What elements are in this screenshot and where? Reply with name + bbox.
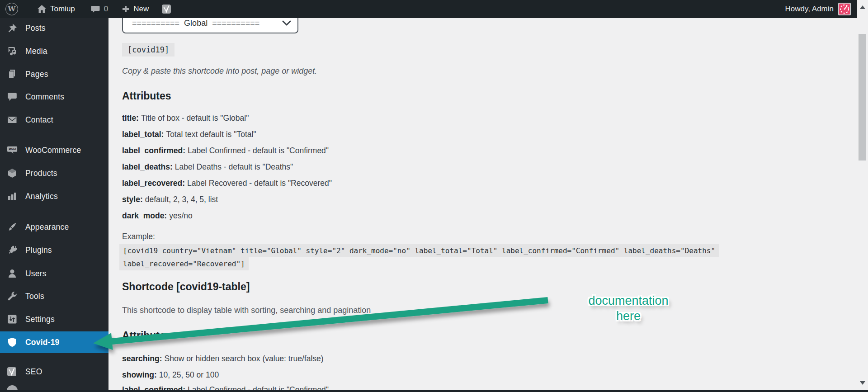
woocommerce-icon: Woo [7, 145, 18, 156]
comment-bubble-icon [7, 91, 18, 102]
sidebar-item-plugins[interactable]: Plugins [0, 240, 108, 260]
howdy-label[interactable]: Howdy, Admin [785, 5, 834, 14]
svg-text:Woo: Woo [9, 147, 17, 151]
sliders-icon [7, 314, 18, 325]
box-icon [7, 168, 18, 179]
attr-searching: searching:Show or hidden search box (val… [122, 354, 324, 364]
example-code-line1: [covid19 country="Vietnam" title="Global… [119, 244, 719, 257]
bottom-edge-strip [0, 390, 868, 392]
comments-indicator[interactable]: 0 [86, 0, 113, 18]
sidebar-item-analytics[interactable]: Analytics [0, 186, 108, 206]
table-shortcode-description: This shortcode to display table with sor… [122, 306, 371, 315]
user-icon [7, 268, 18, 279]
new-label: New [133, 5, 149, 14]
avatar[interactable] [838, 3, 851, 15]
wordpress-admin-screen: W Tomiup 0 New [0, 0, 868, 392]
attr-label-confirmed: label_confirmed:Label Confirmed - defaul… [122, 146, 329, 156]
shortcode-snippet[interactable]: [covid19] [122, 43, 175, 57]
attr-dark-mode: dark_mode:yes/no [122, 211, 193, 221]
admin-bar: W Tomiup 0 New [0, 0, 857, 18]
table-shortcode-heading: Shortcode [covid19-table] [122, 281, 250, 293]
home-icon [37, 5, 47, 14]
attr-label-total: label_total:Total text default is "Total… [122, 130, 256, 139]
wordpress-logo-icon: W [5, 3, 18, 15]
yoast-icon [7, 366, 18, 377]
plug-icon [7, 245, 18, 255]
yoast-seo-menu[interactable] [157, 0, 177, 18]
example-code-block[interactable]: [covid19 country="Vietnam" title="Global… [119, 244, 719, 270]
site-name-label: Tomiup [50, 5, 75, 14]
scrollbar-thumb[interactable] [859, 34, 866, 161]
sidebar-item-contact[interactable]: Contact [0, 110, 108, 130]
plus-icon [122, 5, 130, 13]
attr-title: title:Title of box - default is "Global" [122, 113, 249, 123]
annotation-line2: here [567, 308, 689, 324]
wrench-icon [7, 291, 18, 302]
attributes-heading-2: Attributes [122, 330, 171, 342]
sidebar-item-woocommerce[interactable]: Woo WooCommerce [0, 140, 108, 160]
sidebar-item-media[interactable]: Media [0, 41, 108, 61]
attr-label-recovered: label_recovered:Label Recovered - defaul… [122, 179, 332, 188]
copy-note: Copy & paste this shortcode into post, p… [122, 66, 317, 76]
sidebar-item-pages[interactable]: Pages [0, 64, 108, 84]
attributes-heading-1: Attributes [122, 90, 171, 102]
select-value: ========== Global ========== [132, 19, 282, 28]
example-code-line2: label_recovered="Recovered"] [119, 257, 249, 270]
bar-chart-icon [7, 191, 18, 202]
chevron-down-icon [282, 20, 291, 26]
sidebar-item-posts[interactable]: Posts [0, 18, 108, 38]
pushpin-icon [7, 23, 18, 33]
admin-sidebar: Posts Media Pages Comments Contact Woo W… [0, 18, 108, 390]
wordpress-menu-button[interactable]: W [0, 0, 23, 18]
sidebar-item-covid19[interactable]: Covid-19 [0, 331, 108, 353]
annotation-label: documentation here [567, 293, 689, 324]
paintbrush-icon [7, 222, 18, 232]
comment-bubble-icon [90, 4, 100, 14]
attr-label-deaths: label_deaths:Label Deaths - default is "… [122, 162, 293, 172]
sidebar-item-tools[interactable]: Tools [0, 286, 108, 306]
new-content-button[interactable]: New [117, 0, 153, 18]
yoast-icon [161, 4, 172, 14]
media-icon [7, 46, 18, 57]
scroll-down-arrow-icon[interactable] [860, 381, 865, 385]
sidebar-item-settings[interactable]: Settings [0, 309, 108, 329]
vertical-scrollbar[interactable] [857, 0, 868, 392]
attr-style: style:default, 2, 3, 4, 5, list [122, 195, 218, 204]
sidebar-item-appearance[interactable]: Appearance [0, 217, 108, 237]
example-label: Example: [122, 232, 155, 241]
partial-menu-icon [7, 385, 18, 390]
sidebar-item-seo[interactable]: SEO [0, 362, 108, 382]
envelope-icon [7, 114, 18, 125]
shield-icon [7, 337, 18, 348]
comments-count: 0 [104, 5, 108, 14]
sidebar-item-comments[interactable]: Comments [0, 87, 108, 107]
attr-showing: showing:10, 25, 50 or 100 [122, 370, 219, 380]
site-name-button[interactable]: Tomiup [33, 0, 80, 18]
sidebar-item-products[interactable]: Products [0, 163, 108, 183]
scroll-up-arrow-icon[interactable] [860, 5, 865, 9]
sidebar-item-users[interactable]: Users [0, 264, 108, 283]
annotation-line1: documentation [567, 293, 689, 308]
pages-icon [7, 69, 18, 80]
